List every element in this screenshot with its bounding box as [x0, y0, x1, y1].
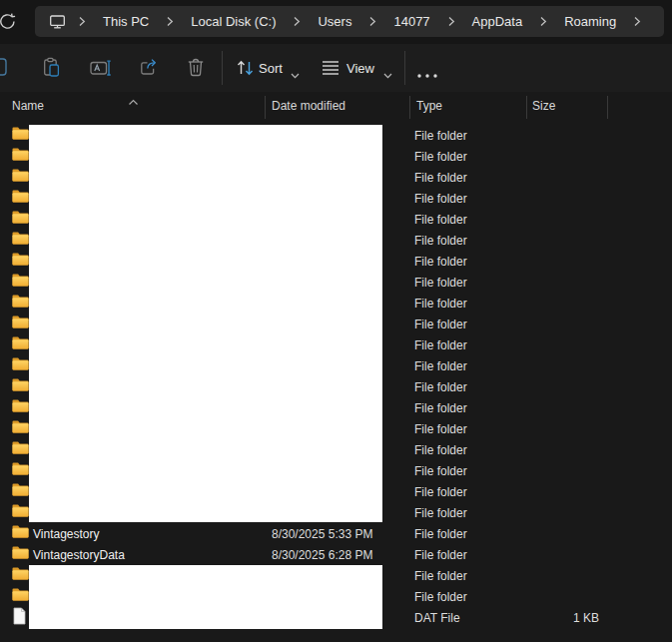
- file-type: File folder: [414, 380, 526, 394]
- folder-icon: [12, 356, 29, 375]
- file-date-modified: 8/30/2025 6:28 PM: [272, 548, 414, 562]
- sort-icon[interactable]: [236, 58, 256, 82]
- breadcrumb-item[interactable]: Roaming: [555, 14, 625, 29]
- folder-icon: [12, 503, 29, 522]
- chevron-down-icon: [291, 65, 300, 83]
- file-type: File folder: [414, 527, 526, 541]
- column-divider[interactable]: [409, 96, 410, 119]
- file-name: VintagestoryData: [29, 548, 272, 562]
- folder-icon: [12, 231, 29, 250]
- file-type: File folder: [414, 318, 526, 331]
- chevron-right-icon: [539, 16, 547, 27]
- address-bar[interactable]: This PC Local Disk (C:) Users 14077 AppD…: [35, 6, 664, 37]
- file-type: File folder: [414, 443, 526, 457]
- file-date-modified: 8/30/2025 5:33 PM: [272, 527, 414, 541]
- folder-icon: [12, 294, 29, 313]
- folder-icon: [12, 335, 29, 354]
- folder-icon: [12, 168, 29, 187]
- file-type: File folder: [414, 422, 526, 436]
- breadcrumb-item[interactable]: Users: [309, 14, 360, 29]
- file-type: File folder: [414, 590, 526, 604]
- share-icon[interactable]: [139, 57, 160, 81]
- folder-icon: [12, 440, 29, 459]
- column-header-type[interactable]: Type: [416, 99, 442, 113]
- file-type: File folder: [414, 548, 526, 562]
- folder-icon: [12, 461, 29, 480]
- breadcrumb-item[interactable]: Local Disk (C:): [182, 14, 285, 29]
- breadcrumb-item[interactable]: 14077: [384, 14, 438, 29]
- breadcrumb-item[interactable]: AppData: [463, 14, 532, 29]
- folder-icon: [12, 126, 29, 145]
- file-type: File folder: [414, 213, 526, 227]
- folder-icon: [12, 377, 29, 396]
- folder-icon: [12, 482, 29, 501]
- view-icon[interactable]: [321, 60, 340, 80]
- file-type: File folder: [414, 297, 526, 311]
- chevron-right-icon[interactable]: [633, 16, 641, 27]
- folder-icon: [12, 587, 29, 606]
- folder-icon: [12, 252, 29, 271]
- breadcrumb: This PC Local Disk (C:) Users 14077 AppD…: [70, 14, 625, 29]
- file-type: File folder: [414, 276, 526, 290]
- file-type: File folder: [414, 485, 526, 499]
- view-button[interactable]: View: [346, 61, 374, 76]
- file-type: File folder: [414, 359, 526, 373]
- file-row[interactable]: VintagestoryData 8/30/2025 6:28 PM File …: [0, 544, 672, 565]
- file-type: DAT File: [414, 611, 526, 625]
- folder-icon: [12, 398, 29, 417]
- redaction-box: [29, 125, 382, 522]
- file-type: File folder: [414, 150, 526, 164]
- chevron-right-icon: [368, 16, 376, 27]
- column-divider[interactable]: [607, 96, 608, 119]
- column-header-date[interactable]: Date modified: [272, 99, 345, 113]
- file-type: File folder: [414, 234, 526, 248]
- sort-ascending-icon: [128, 92, 139, 110]
- chevron-right-icon: [447, 16, 455, 27]
- copy-icon[interactable]: [0, 57, 9, 81]
- refresh-icon[interactable]: [0, 12, 17, 35]
- paste-icon[interactable]: [42, 57, 61, 82]
- column-header-row: Name Date modified Type Size: [0, 92, 672, 125]
- chevron-right-icon: [78, 16, 86, 27]
- column-header-name[interactable]: Name: [12, 99, 44, 113]
- delete-icon[interactable]: [187, 57, 205, 81]
- breadcrumb-item[interactable]: This PC: [94, 14, 158, 29]
- column-header-size[interactable]: Size: [532, 99, 555, 113]
- file-type: File folder: [414, 192, 526, 206]
- file-type: File folder: [414, 338, 526, 352]
- folder-icon: [12, 524, 29, 543]
- column-divider[interactable]: [526, 96, 527, 119]
- toolbar-divider: [222, 51, 223, 85]
- file-type: File folder: [414, 255, 526, 269]
- command-toolbar: Sort View: [0, 44, 672, 92]
- more-options-icon[interactable]: [416, 65, 438, 83]
- chevron-down-icon: [383, 65, 392, 83]
- file-name: Vintagestory: [29, 527, 272, 541]
- chevron-right-icon: [293, 16, 301, 27]
- rename-icon[interactable]: [90, 59, 112, 81]
- file-type: File folder: [414, 569, 526, 583]
- file-type: File folder: [414, 401, 526, 415]
- file-type: File folder: [414, 129, 526, 143]
- address-bar-band: This PC Local Disk (C:) Users 14077 AppD…: [0, 0, 672, 44]
- toolbar-divider: [404, 51, 405, 85]
- file-type: File folder: [414, 171, 526, 185]
- redaction-box: [29, 565, 382, 629]
- folder-icon: [12, 189, 29, 208]
- column-divider[interactable]: [265, 96, 266, 119]
- this-pc-icon: [49, 14, 66, 30]
- file-type: File folder: [414, 506, 526, 520]
- file-size: 1 KB: [526, 611, 599, 625]
- folder-icon: [12, 315, 29, 333]
- folder-icon: [12, 147, 29, 166]
- folder-icon: [12, 566, 29, 585]
- sort-button[interactable]: Sort: [259, 61, 283, 76]
- folder-icon: [12, 419, 29, 438]
- chevron-right-icon: [166, 16, 174, 27]
- file-row[interactable]: Vintagestory 8/30/2025 5:33 PM File fold…: [0, 523, 672, 544]
- file-icon: [12, 607, 27, 629]
- file-explorer-window: This PC Local Disk (C:) Users 14077 AppD…: [0, 0, 672, 642]
- file-type: File folder: [414, 464, 526, 478]
- folder-icon: [12, 273, 29, 292]
- folder-icon: [12, 545, 29, 564]
